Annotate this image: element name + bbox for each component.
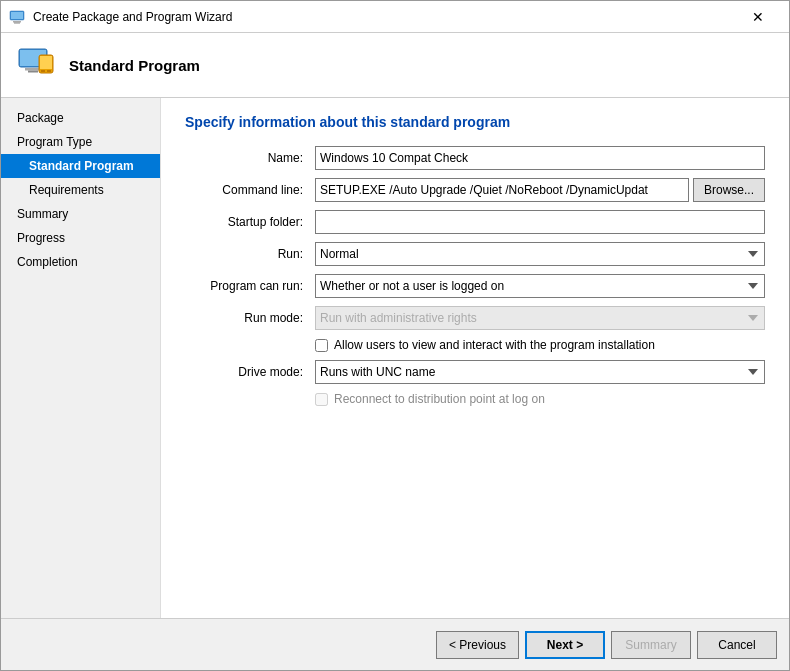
svg-rect-2 <box>14 22 20 23</box>
browse-button[interactable]: Browse... <box>693 178 765 202</box>
reconnect-row: Reconnect to distribution point at log o… <box>315 392 765 406</box>
program-can-run-control: Whether or not a user is logged on Only … <box>315 274 765 298</box>
svg-rect-9 <box>40 56 52 69</box>
main-panel: Specify information about this standard … <box>161 98 789 618</box>
name-control <box>315 146 765 170</box>
name-input[interactable] <box>315 146 765 170</box>
svg-rect-7 <box>28 71 38 73</box>
sidebar-item-package[interactable]: Package <box>1 106 160 130</box>
run-mode-control: Run with administrative rights <box>315 306 765 330</box>
previous-button[interactable]: < Previous <box>436 631 519 659</box>
header-title: Standard Program <box>69 57 200 74</box>
command-line-control: Browse... <box>315 178 765 202</box>
run-select[interactable]: Normal Minimized Maximized Hidden <box>315 242 765 266</box>
startup-folder-input[interactable] <box>315 210 765 234</box>
allow-users-checkbox[interactable] <box>315 339 328 352</box>
program-can-run-label: Program can run: <box>185 279 315 293</box>
run-label: Run: <box>185 247 315 261</box>
drive-mode-control: Runs with UNC name Requires drive letter… <box>315 360 765 384</box>
summary-button[interactable]: Summary <box>611 631 691 659</box>
startup-folder-control <box>315 210 765 234</box>
sidebar-item-requirements[interactable]: Requirements <box>1 178 160 202</box>
sidebar-item-program-type[interactable]: Program Type <box>1 130 160 154</box>
content-area: Package Program Type Standard Program Re… <box>1 98 789 618</box>
wizard-window: Create Package and Program Wizard ✕ Stan… <box>0 0 790 671</box>
sidebar: Package Program Type Standard Program Re… <box>1 98 161 618</box>
cancel-button[interactable]: Cancel <box>697 631 777 659</box>
drive-mode-select[interactable]: Runs with UNC name Requires drive letter… <box>315 360 765 384</box>
svg-rect-11 <box>47 70 51 72</box>
footer: < Previous Next > Summary Cancel <box>1 618 789 670</box>
sidebar-item-standard-program[interactable]: Standard Program <box>1 154 160 178</box>
sidebar-item-summary[interactable]: Summary <box>1 202 160 226</box>
name-row: Name: <box>185 146 765 170</box>
program-can-run-select[interactable]: Whether or not a user is logged on Only … <box>315 274 765 298</box>
run-control: Normal Minimized Maximized Hidden <box>315 242 765 266</box>
main-title: Specify information about this standard … <box>185 114 765 130</box>
title-bar: Create Package and Program Wizard ✕ <box>1 1 789 33</box>
svg-rect-1 <box>13 21 21 23</box>
run-row: Run: Normal Minimized Maximized Hidden <box>185 242 765 266</box>
header-band: Standard Program <box>1 33 789 98</box>
run-mode-select: Run with administrative rights <box>315 306 765 330</box>
window-title: Create Package and Program Wizard <box>33 10 735 24</box>
command-line-label: Command line: <box>185 183 315 197</box>
drive-mode-row: Drive mode: Runs with UNC name Requires … <box>185 360 765 384</box>
program-can-run-row: Program can run: Whether or not a user i… <box>185 274 765 298</box>
svg-rect-3 <box>11 12 23 19</box>
next-button[interactable]: Next > <box>525 631 605 659</box>
close-button[interactable]: ✕ <box>735 1 781 33</box>
run-mode-label: Run mode: <box>185 311 315 325</box>
reconnect-checkbox <box>315 393 328 406</box>
sidebar-item-progress[interactable]: Progress <box>1 226 160 250</box>
allow-users-row: Allow users to view and interact with th… <box>315 338 765 352</box>
drive-mode-label: Drive mode: <box>185 365 315 379</box>
header-icon <box>17 45 57 85</box>
window-icon <box>9 9 25 25</box>
name-label: Name: <box>185 151 315 165</box>
reconnect-label: Reconnect to distribution point at log o… <box>334 392 545 406</box>
startup-folder-row: Startup folder: <box>185 210 765 234</box>
allow-users-label: Allow users to view and interact with th… <box>334 338 655 352</box>
command-line-input[interactable] <box>315 178 689 202</box>
startup-folder-label: Startup folder: <box>185 215 315 229</box>
svg-rect-10 <box>41 70 45 72</box>
command-line-row: Command line: Browse... <box>185 178 765 202</box>
run-mode-row: Run mode: Run with administrative rights <box>185 306 765 330</box>
sidebar-item-completion[interactable]: Completion <box>1 250 160 274</box>
